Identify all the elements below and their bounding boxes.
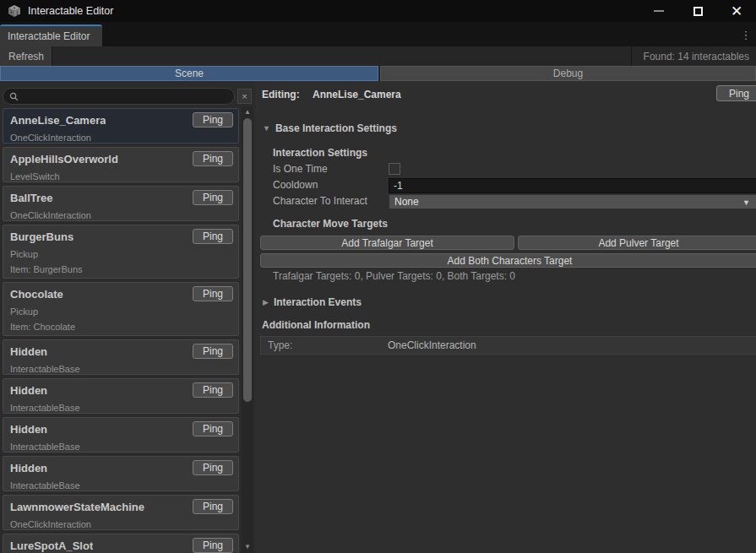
item-subtitle: OneClickInteraction [10,519,233,529]
item-subtitle: Pickup [10,306,233,317]
ping-button[interactable]: Ping [193,229,233,244]
editor-ping-button[interactable]: Ping [716,85,756,101]
is-one-time-checkbox[interactable] [389,163,400,175]
view-tab-bar: Scene Debug [0,66,756,81]
list-item[interactable]: LureSpotA_SlotPing [3,534,239,553]
dropdown-selected-value: None [394,196,419,208]
ping-button[interactable]: Ping [193,382,233,398]
ping-button[interactable]: Ping [193,499,233,514]
list-item[interactable]: LawnmowerStateMachinePingOneClickInterac… [3,495,239,530]
foldout-closed-icon: ▶ [263,298,269,306]
interaction-settings-header: Interaction Settings [273,147,367,159]
cube-icon [8,4,21,18]
item-title: Hidden [10,421,47,436]
add-pulver-target-button[interactable]: Add Pulver Target [518,236,756,250]
ping-button[interactable]: Ping [193,421,233,436]
foldout-open-icon: ▼ [263,124,270,133]
item-subtitle: Item: BurgerBuns [10,264,233,274]
search-box[interactable] [3,88,235,105]
kebab-menu-icon[interactable]: ⋮ [739,29,753,44]
cooldown-field[interactable]: -1 [389,178,756,193]
item-subtitle: Item: Chocolate [10,322,233,332]
character-move-targets-header: Character Move Targets [273,218,388,230]
maximize-icon [693,7,703,16]
item-subtitle: Pickup [10,249,233,259]
additional-information-header: Additional Information [262,319,370,331]
ping-button[interactable]: Ping [193,151,233,166]
scroll-down-icon[interactable]: ▼ [242,541,253,551]
list-item[interactable]: ChocolatePingPickupItem: Chocolate [3,282,239,336]
item-subtitle: InteractableBase [10,442,233,452]
cooldown-label: Cooldown [273,177,318,192]
toolbar: Refresh Found: 14 interactables [0,46,756,66]
list-scrollbar[interactable]: ▲ ▼ [242,106,253,553]
character-to-interact-dropdown[interactable]: None ▼ [389,194,756,209]
interactable-list: AnneLise_CameraPingOneClickInteractionAp… [3,108,239,553]
list-item[interactable]: HiddenPingInteractableBase [3,417,239,453]
item-subtitle: LevelSwitch [10,171,233,182]
add-trafalgar-target-button[interactable]: Add Trafalgar Target [260,236,514,250]
list-item[interactable]: BallTreePingOneClickInteraction [3,186,239,221]
item-title: LawnmowerStateMachine [10,499,144,513]
ping-button[interactable]: Ping [193,286,233,301]
search-clear-button[interactable]: × [237,89,252,104]
ping-button[interactable]: Ping [193,460,233,475]
item-title: AppleHillsOverworld [10,151,118,165]
maximize-button[interactable] [678,0,717,22]
list-item[interactable]: HiddenPingInteractableBase [3,456,239,491]
item-subtitle: OneClickInteraction [10,133,233,143]
doc-tab-strip: Interactable Editor ⋮ [0,22,756,46]
tab-debug[interactable]: Debug [380,66,756,81]
search-icon [9,92,19,101]
refresh-button[interactable]: Refresh [0,46,52,66]
item-subtitle: InteractableBase [10,480,233,491]
interaction-events-foldout-label: Interaction Events [274,296,362,308]
base-settings-foldout-label: Base Interaction Settings [275,122,397,134]
list-item[interactable]: HiddenPingInteractableBase [3,378,239,414]
list-item[interactable]: BurgerBunsPingPickupItem: BurgerBuns [3,225,239,279]
character-to-interact-label: Character To Interact [273,193,367,209]
interactable-editor-window: Interactable Editor ✕ Interactable Edito… [0,0,756,553]
item-title: Hidden [10,344,47,358]
base-settings-foldout[interactable]: ▼ Base Interaction Settings [263,122,397,134]
item-title: Hidden [10,460,47,474]
interaction-events-foldout[interactable]: ▶ Interaction Events [263,296,362,308]
ping-button[interactable]: Ping [193,344,233,359]
item-title: Chocolate [10,286,63,301]
list-item[interactable]: AppleHillsOverworldPingLevelSwitch [3,147,239,182]
scroll-up-icon[interactable]: ▲ [242,106,253,117]
item-subtitle: InteractableBase [10,364,233,374]
type-row: Type: OneClickInteraction [260,336,756,355]
item-subtitle: InteractableBase [10,403,233,413]
item-title: LureSpotA_Slot [10,538,93,552]
close-button[interactable]: ✕ [717,0,756,22]
tab-interactable-editor[interactable]: Interactable Editor [0,24,102,46]
editor-panel: Editing: AnneLise_Camera Ping ▼ Base Int… [255,81,756,553]
search-input[interactable] [19,89,234,103]
title-bar: Interactable Editor ✕ [0,0,756,22]
found-count-label: Found: 14 interactables [644,46,749,66]
window-controls: ✕ [639,0,756,22]
is-one-time-label: Is One Time [273,161,328,176]
tab-scene[interactable]: Scene [0,66,378,81]
ping-button[interactable]: Ping [193,538,233,553]
doc-tab-label: Interactable Editor [8,30,90,42]
item-title: BallTree [10,190,53,204]
toolbar-separator [631,46,632,66]
targets-summary: Trafalgar Targets: 0, Pulver Targets: 0,… [273,270,515,282]
chevron-down-icon: ▼ [742,198,750,207]
minimize-icon [654,10,664,12]
ping-button[interactable]: Ping [193,112,233,127]
close-icon: ✕ [731,4,742,19]
window-title: Interactable Editor [28,5,113,17]
minimize-button[interactable] [639,0,678,22]
ping-button[interactable]: Ping [193,190,233,205]
type-label: Type: [261,339,388,351]
list-item[interactable]: HiddenPingInteractableBase [3,339,239,375]
interactable-list-panel: × AnneLise_CameraPingOneClickInteraction… [0,81,255,553]
add-both-characters-target-button[interactable]: Add Both Characters Target [260,253,756,268]
type-value: OneClickInteraction [388,339,476,351]
scrollbar-thumb[interactable] [243,118,252,402]
list-item[interactable]: AnneLise_CameraPingOneClickInteraction [3,108,239,144]
search-row: × [0,88,255,105]
